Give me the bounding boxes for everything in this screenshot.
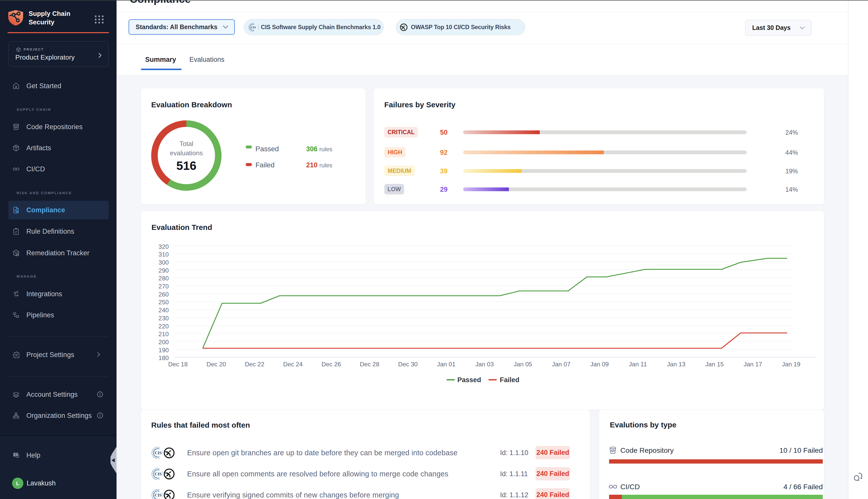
svg-text:250: 250 xyxy=(159,299,169,305)
svg-text:Jan 09: Jan 09 xyxy=(590,361,609,368)
svg-text:Dec 22: Dec 22 xyxy=(245,361,264,368)
svg-text:230: 230 xyxy=(159,315,169,321)
svg-text:Dec 26: Dec 26 xyxy=(322,361,341,368)
svg-text:180: 180 xyxy=(159,354,169,361)
svg-text:Dec 30: Dec 30 xyxy=(398,361,418,368)
svg-text:280: 280 xyxy=(159,275,169,282)
svg-text:200: 200 xyxy=(159,339,169,345)
svg-text:300: 300 xyxy=(159,259,169,266)
svg-text:220: 220 xyxy=(159,323,169,330)
svg-text:310: 310 xyxy=(159,251,169,258)
svg-text:Jan 11: Jan 11 xyxy=(629,361,647,368)
svg-text:190: 190 xyxy=(159,347,169,354)
svg-text:Jan 19: Jan 19 xyxy=(782,361,801,368)
svg-text:Jan 15: Jan 15 xyxy=(705,361,724,368)
svg-text:Jan 05: Jan 05 xyxy=(513,361,532,368)
svg-text:Jan 13: Jan 13 xyxy=(667,361,686,368)
svg-text:210: 210 xyxy=(159,331,169,338)
svg-text:?: ? xyxy=(15,453,16,456)
svg-text:260: 260 xyxy=(159,291,169,298)
svg-text:320: 320 xyxy=(159,243,169,250)
svg-text:270: 270 xyxy=(159,283,169,290)
svg-text:240: 240 xyxy=(159,307,169,314)
svg-text:Jan 01: Jan 01 xyxy=(437,361,456,368)
svg-text:Dec 24: Dec 24 xyxy=(283,361,303,368)
svg-text:Dec 18: Dec 18 xyxy=(168,361,188,368)
svg-text:Dec 20: Dec 20 xyxy=(207,361,226,368)
svg-text:290: 290 xyxy=(159,267,169,274)
svg-text:Jan 17: Jan 17 xyxy=(744,361,762,368)
svg-text:Jan 07: Jan 07 xyxy=(552,361,571,368)
svg-text:Jan 03: Jan 03 xyxy=(475,361,494,368)
svg-text:Dec 28: Dec 28 xyxy=(360,361,380,368)
